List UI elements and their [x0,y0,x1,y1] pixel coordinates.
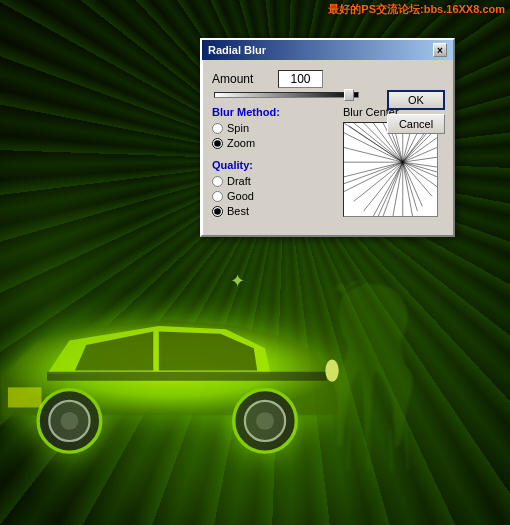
svg-point-5 [256,412,274,430]
spin-label: Spin [227,122,249,134]
svg-line-11 [348,420,350,470]
svg-point-0 [38,390,101,453]
quality-group: Quality: Draft Good Best [212,159,335,217]
best-radio[interactable] [212,206,223,217]
svg-line-30 [403,162,432,196]
horse-image [300,275,450,475]
svg-line-34 [393,162,403,216]
svg-line-36 [373,162,402,216]
svg-line-10 [368,430,370,470]
best-radio-item: Best [212,205,335,217]
blur-method-label: Blur Method: [212,106,335,118]
radial-blur-dialog: Radial Blur × Amount Blur Method: [200,38,455,237]
zoom-label: Zoom [227,137,255,149]
dialog-buttons: OK Cancel [387,90,445,134]
quality-label: Quality: [212,159,335,171]
svg-line-43 [344,133,403,162]
watermark: 最好的PS交流论坛:bbs.16XX8.com [328,2,505,17]
amount-row: Amount [212,70,443,88]
draft-radio-item: Draft [212,175,335,187]
good-radio-item: Good [212,190,335,202]
svg-point-4 [245,401,285,441]
draft-label: Draft [227,175,251,187]
dialog-close-button[interactable]: × [433,43,447,57]
svg-line-12 [405,420,408,470]
zoom-radio-item: Zoom [212,137,335,149]
amount-input[interactable] [278,70,323,88]
svg-line-47 [403,162,437,172]
sparkle: ✦ [230,270,245,292]
draft-radio[interactable] [212,176,223,187]
svg-rect-8 [8,387,42,407]
zoom-radio[interactable] [212,138,223,149]
car-image [0,265,360,465]
svg-point-1 [49,401,89,441]
best-label: Best [227,205,249,217]
spin-radio[interactable] [212,123,223,134]
svg-line-49 [378,162,402,216]
svg-line-9 [390,430,392,470]
amount-slider-track[interactable] [214,92,359,98]
dialog-content: Amount Blur Method: Spin [202,60,453,235]
left-options: Blur Method: Spin Zoom Quality: [212,106,335,227]
good-radio[interactable] [212,191,223,202]
svg-point-7 [325,359,338,381]
good-label: Good [227,190,254,202]
amount-label: Amount [212,72,272,86]
blur-center-canvas[interactable]: .ray { stroke: #111; stroke-width: 0.7; … [343,122,438,217]
blur-method-group: Blur Method: Spin Zoom [212,106,335,149]
spin-radio-item: Spin [212,122,335,134]
amount-slider-thumb[interactable] [344,89,354,101]
dialog-title: Radial Blur [208,44,266,56]
ok-button[interactable]: OK [387,90,445,110]
svg-point-3 [234,390,297,453]
cancel-button[interactable]: Cancel [387,114,445,134]
svg-point-2 [60,412,78,430]
dialog-titlebar: Radial Blur × [202,40,453,60]
